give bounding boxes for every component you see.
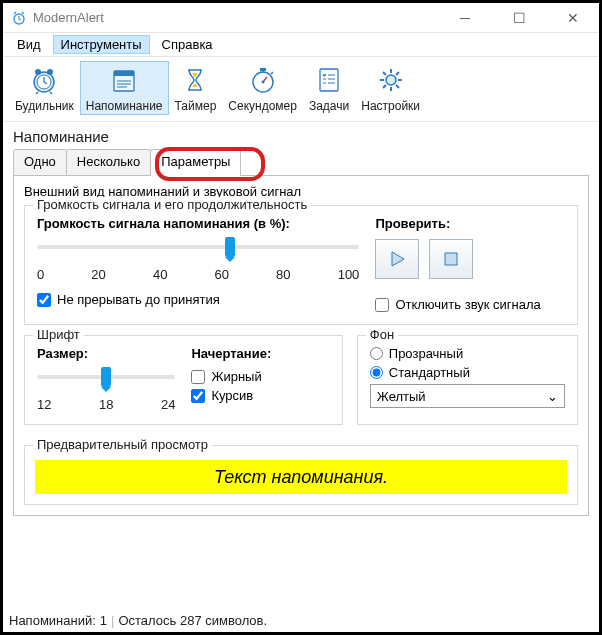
toolbar: Будильник Напоминание Таймер Секундомер … bbox=[3, 57, 599, 122]
stopwatch-icon bbox=[246, 63, 280, 97]
tool-alarm[interactable]: Будильник bbox=[9, 61, 80, 115]
font-group: Шрифт Размер: 121824 Начертание: Жирный … bbox=[24, 335, 343, 425]
minimize-button[interactable]: ─ bbox=[447, 10, 483, 26]
parameters-panel: Внешний вид напоминаний и звуковой сигна… bbox=[13, 175, 589, 516]
bg-legend: Фон bbox=[366, 327, 398, 342]
bg-color-select[interactable]: Желтый ⌄ bbox=[370, 384, 565, 408]
mute-checkbox[interactable]: Отключить звук сигнала bbox=[375, 297, 565, 312]
tool-settings-label: Настройки bbox=[361, 99, 420, 113]
app-icon bbox=[11, 10, 27, 26]
svg-rect-10 bbox=[320, 69, 338, 91]
italic-checkbox[interactable]: Курсив bbox=[191, 388, 329, 403]
svg-point-9 bbox=[261, 81, 264, 84]
bold-checkbox[interactable]: Жирный bbox=[191, 369, 329, 384]
tab-parameters[interactable]: Параметры bbox=[150, 149, 241, 176]
close-button[interactable]: ✕ bbox=[555, 10, 591, 26]
style-label: Начертание: bbox=[191, 346, 329, 361]
dont-interrupt-checkbox[interactable]: Не прерывать до принятия bbox=[37, 292, 359, 307]
play-button[interactable] bbox=[375, 239, 419, 279]
bg-transparent-radio[interactable]: Прозрачный bbox=[370, 346, 565, 361]
menu-view[interactable]: Вид bbox=[9, 35, 49, 54]
svg-point-4 bbox=[47, 69, 53, 75]
status-bar: Напоминаний: 1 | Осталось 287 символов. bbox=[9, 613, 593, 628]
font-legend: Шрифт bbox=[33, 327, 84, 342]
size-label: Размер: bbox=[37, 346, 175, 361]
background-group: Фон Прозрачный Стандартный Желтый ⌄ bbox=[357, 335, 578, 425]
window-controls: ─ ☐ ✕ bbox=[447, 10, 591, 26]
task-list-icon bbox=[312, 63, 346, 97]
titlebar: ModernAlert ─ ☐ ✕ bbox=[3, 3, 599, 33]
maximize-button[interactable]: ☐ bbox=[501, 10, 537, 26]
tool-tasks-label: Задачи bbox=[309, 99, 349, 113]
tool-timer[interactable]: Таймер bbox=[169, 61, 223, 115]
tool-settings[interactable]: Настройки bbox=[355, 61, 426, 115]
volume-slider[interactable] bbox=[37, 239, 359, 263]
tool-tasks[interactable]: Задачи bbox=[303, 61, 355, 115]
menu-tools[interactable]: Инструменты bbox=[53, 35, 150, 54]
volume-group: Громкость сигнала и его продолжительност… bbox=[24, 205, 578, 325]
tool-alarm-label: Будильник bbox=[15, 99, 74, 113]
svg-point-3 bbox=[35, 69, 41, 75]
tool-stopwatch[interactable]: Секундомер bbox=[222, 61, 303, 115]
calendar-note-icon bbox=[107, 63, 141, 97]
chevron-down-icon: ⌄ bbox=[547, 389, 558, 404]
status-reminders-count: 1 bbox=[100, 613, 107, 628]
tool-reminder-label: Напоминание bbox=[86, 99, 163, 113]
test-label: Проверить: bbox=[375, 216, 565, 231]
volume-ticks: 020406080100 bbox=[37, 267, 359, 282]
hourglass-icon bbox=[178, 63, 212, 97]
stop-button[interactable] bbox=[429, 239, 473, 279]
size-slider[interactable] bbox=[37, 369, 175, 393]
svg-rect-8 bbox=[260, 68, 266, 71]
tab-multiple[interactable]: Несколько bbox=[66, 149, 151, 176]
svg-point-11 bbox=[386, 75, 396, 85]
status-reminders-label: Напоминаний: bbox=[9, 613, 96, 628]
gear-icon bbox=[374, 63, 408, 97]
reminder-tabs: Одно Несколько Параметры bbox=[3, 149, 599, 176]
bg-standard-radio[interactable]: Стандартный bbox=[370, 365, 565, 380]
volume-legend: Громкость сигнала и его продолжительност… bbox=[33, 197, 311, 212]
tab-single[interactable]: Одно bbox=[13, 149, 67, 176]
tool-stopwatch-label: Секундомер bbox=[228, 99, 297, 113]
svg-rect-6 bbox=[114, 71, 134, 76]
preview-legend: Предварительный просмотр bbox=[33, 437, 212, 452]
tool-timer-label: Таймер bbox=[175, 99, 217, 113]
menubar: Вид Инструменты Справка bbox=[3, 33, 599, 57]
volume-label: Громкость сигнала напоминания (в %): bbox=[37, 216, 359, 231]
menu-help[interactable]: Справка bbox=[154, 35, 221, 54]
svg-rect-12 bbox=[445, 253, 457, 265]
status-chars-left: Осталось 287 символов. bbox=[118, 613, 267, 628]
alarm-clock-icon bbox=[27, 63, 61, 97]
window-title: ModernAlert bbox=[33, 10, 447, 25]
preview-text: Текст напоминания. bbox=[35, 460, 567, 494]
section-title: Напоминание bbox=[3, 122, 599, 149]
preview-group: Предварительный просмотр Текст напоминан… bbox=[24, 445, 578, 505]
size-ticks: 121824 bbox=[37, 397, 175, 412]
tool-reminder[interactable]: Напоминание bbox=[80, 61, 169, 115]
